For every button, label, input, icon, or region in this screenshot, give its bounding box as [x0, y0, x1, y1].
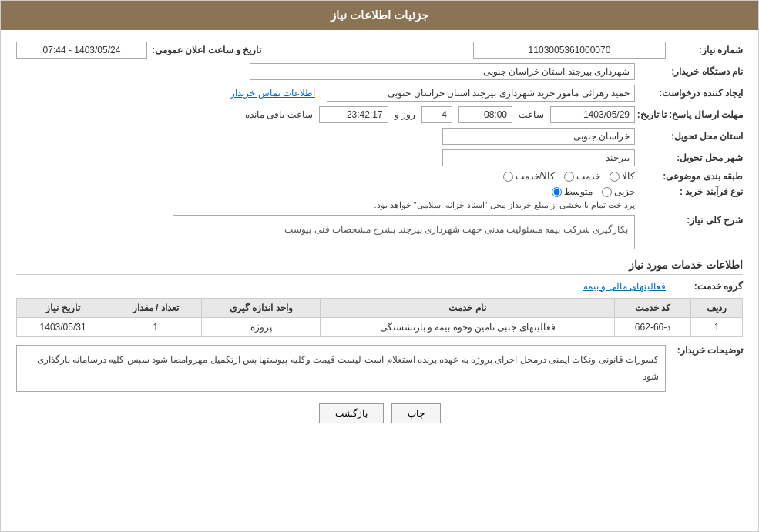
sharhKoli-label: شرح کلی نیاز:	[635, 215, 743, 226]
radio-kalaKhadamat[interactable]: کالا/خدمت	[503, 171, 555, 182]
radio-jozii[interactable]: جزیی	[602, 186, 635, 197]
namDastgah-value: شهرداری بیرجند استان خراسان جنوبی	[250, 63, 635, 80]
services-table: ردیف کد خدمت نام خدمت واحد اندازه گیری ت…	[16, 298, 743, 337]
farayand-radio-group: جزیی متوسط	[374, 186, 635, 197]
saat-pasokh: 08:00	[458, 106, 512, 123]
cell-namKhadamat: فعالیتهای جنبی تامین وجوه بیمه و بازنشست…	[321, 318, 615, 337]
ijadKonande-label: ایجاد کننده درخواست:	[635, 88, 743, 99]
ettelaatKhadamat-title: اطلاعات خدمات مورد نیاز	[16, 259, 743, 275]
th-kodKhadamat: کد خدمت	[615, 299, 691, 318]
th-radif: ردیف	[690, 299, 742, 318]
button-row: چاپ بازگشت	[16, 403, 743, 423]
shomareNiyaz-label: شماره نیاز:	[666, 45, 743, 55]
sharhKoli-value: بکارگیری شرکت بیمه مسئولیت مدنی جهت شهرد…	[173, 215, 635, 249]
tosifatKharidar-label: توضیحات خریدار:	[666, 345, 743, 356]
remaining-value: 23:42:17	[319, 106, 388, 123]
farayand-note: پرداخت تمام یا بخشی از مبلغ خریداز محل "…	[374, 200, 635, 210]
geroheKhadamat-label: گروه خدمت:	[666, 281, 743, 292]
ijadKonande-value: حمید زهرائی مامور خرید شهرداری بیرجند اس…	[327, 85, 635, 102]
radio-khadamat-input[interactable]	[564, 172, 574, 182]
shomareNiyaz-value: 1103005361000070	[473, 42, 666, 59]
shahr-label: شهر محل تحویل:	[635, 152, 743, 163]
radio-jozii-input[interactable]	[602, 187, 612, 197]
print-button[interactable]: چاپ	[391, 403, 441, 423]
radio-khadamat[interactable]: خدمت	[564, 171, 600, 182]
back-button[interactable]: بازگشت	[319, 403, 384, 423]
radio-motavasset-input[interactable]	[552, 187, 562, 197]
radio-kalaKhadamat-label: کالا/خدمت	[516, 171, 555, 182]
radio-kala-label: کالا	[622, 171, 635, 182]
roz-label: روز و	[395, 109, 415, 120]
ostan-label: استان محل تحویل:	[635, 131, 743, 142]
page-title: جزئیات اطلاعات نیاز	[331, 8, 428, 22]
tarikh-label: تاریخ و ساعت اعلان عمومی:	[152, 45, 261, 55]
cell-kodKhadamat: د-66-662	[615, 318, 691, 337]
cell-radif: 1	[690, 318, 742, 337]
radio-khadamat-label: خدمت	[576, 171, 600, 182]
th-tarikh: تاریخ نیاز	[17, 299, 109, 318]
tabaqe-label: طبقه بندی موضوعی:	[635, 171, 743, 182]
shahr-value: بیرجند	[442, 149, 635, 166]
tarikh-value: 1403/05/24 - 07:44	[16, 42, 147, 59]
radio-motavasset[interactable]: متوسط	[552, 186, 593, 197]
radio-jozii-label: جزیی	[614, 186, 635, 197]
page-header: جزئیات اطلاعات نیاز	[1, 1, 758, 30]
table-row: 1د-66-662فعالیتهای جنبی تامین وجوه بیمه …	[17, 318, 743, 337]
th-vahed: واحد اندازه گیری	[202, 299, 321, 318]
saat-label: ساعت	[519, 109, 544, 120]
namDastgah-label: نام دستگاه خریدار:	[635, 66, 743, 77]
mohlatErsal-label: مهلت ارسال پاسخ: تا تاریخ:	[635, 109, 743, 120]
tabaqe-radio-group: کالا خدمت کالا/خدمت	[503, 171, 635, 182]
radio-kala-input[interactable]	[610, 172, 620, 182]
th-tedad: تعداد / مقدار	[109, 299, 202, 318]
cell-tarikh: 1403/05/31	[17, 318, 109, 337]
tarikh-pasokh: 1403/05/29	[550, 106, 635, 123]
noeFarayand-label: نوع فرآیند خرید :	[635, 186, 743, 197]
geroheKhadamat-value[interactable]: فعالیتهای مالی و بیمه	[583, 281, 666, 292]
ostan-value: خراسان جنوبی	[442, 128, 635, 145]
radio-kala[interactable]: کالا	[610, 171, 635, 182]
radio-kalaKhadamat-input[interactable]	[503, 172, 513, 182]
baqiMande-label: ساعت باقی مانده	[245, 109, 313, 120]
cell-vahed: پروژه	[202, 318, 321, 337]
th-namKhadamat: نام خدمت	[321, 299, 615, 318]
tosifatKharidar-value: کسورات قانونی ونکات ایمنی درمحل اجرای پر…	[16, 345, 666, 392]
radio-motavasset-label: متوسط	[564, 186, 593, 197]
cell-tedad: 1	[109, 318, 202, 337]
ettelaatTamas-link[interactable]: اطلاعات تماس خریدار	[230, 88, 315, 99]
roz-value: 4	[421, 106, 452, 123]
